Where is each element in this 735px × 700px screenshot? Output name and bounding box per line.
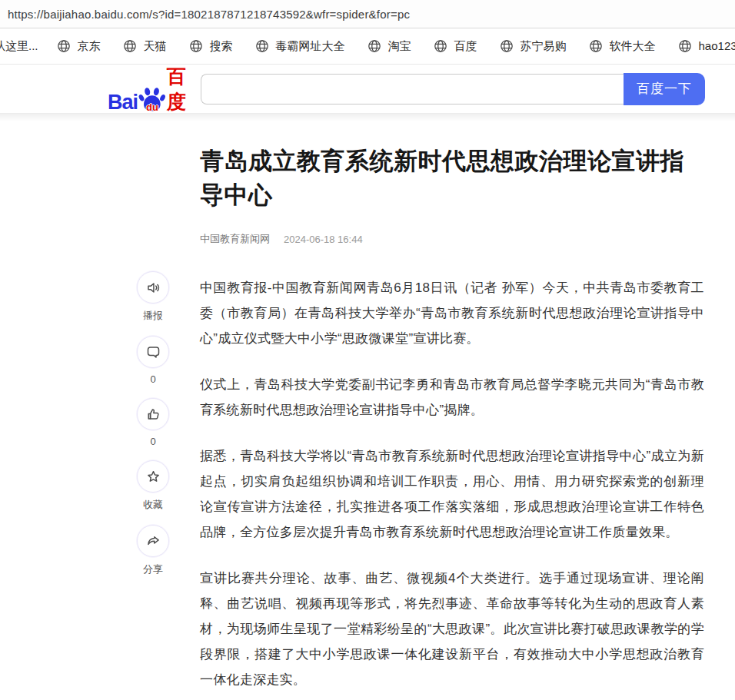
address-bar[interactable]: https://baijiahao.baidu.com/s?id=1802187… [0, 0, 735, 28]
bookmark-label: 毒霸网址大全 [276, 39, 345, 54]
globe-icon [189, 39, 203, 53]
share-button[interactable] [137, 525, 169, 557]
action-label: 分享 [143, 562, 163, 576]
article-source[interactable]: 中国教育新闻网 [200, 232, 270, 246]
globe-icon [123, 39, 137, 53]
share-icon [145, 533, 161, 549]
action-rail: 播报 0 0 收藏 [131, 271, 175, 700]
article-body: 中国教育报-中国教育新闻网青岛6月18日讯（记者 孙军）今天，中共青岛市委教育工… [200, 275, 704, 700]
article-title: 青岛成立教育系统新时代思想政治理论宣讲指导中心 [200, 144, 704, 212]
globe-icon [678, 39, 692, 53]
action-label: 收藏 [143, 498, 163, 512]
article-paragraph: 仪式上，青岛科技大学党委副书记李勇和青岛市教育局总督学李晓元共同为“青岛市教育系… [200, 372, 704, 423]
bookmark-label: 淘宝 [388, 39, 411, 54]
baidu-search-button[interactable]: 百度一下 [624, 73, 705, 105]
baidu-logo-du: du [146, 101, 158, 113]
bookmark-item[interactable]: 软件大全 [589, 39, 656, 54]
action-comment: 0 [137, 336, 169, 385]
action-label: 播报 [143, 309, 163, 323]
baidu-logo-cn: 百度 [167, 64, 200, 114]
page-main: 播报 0 0 收藏 [0, 114, 735, 700]
comment-count: 0 [150, 373, 155, 385]
bookmark-label: 天猫 [144, 39, 167, 54]
baidu-logo-bai: Bai [108, 91, 138, 114]
comment-button[interactable] [137, 336, 169, 368]
globe-icon [500, 39, 514, 53]
search-bar: 百度一下 [201, 73, 705, 105]
bookmark-label: 从这里... [0, 39, 38, 54]
bookmark-label: hao123导航 [699, 39, 735, 54]
bookmark-label: 苏宁易购 [520, 39, 567, 54]
like-count: 0 [150, 436, 155, 447]
article-meta: 中国教育新闻网 2024-06-18 16:44 [200, 232, 704, 246]
action-broadcast: 播报 [137, 271, 169, 323]
article-paragraph: 据悉，青岛科技大学将以“青岛市教育系统新时代思想政治理论宣讲指导中心”成立为新起… [200, 443, 704, 545]
bookmark-item[interactable]: 搜索 [189, 39, 233, 54]
thumbs-up-icon [145, 406, 161, 423]
baidu-logo[interactable]: Bai du 百度 [108, 64, 200, 114]
bookmark-item[interactable]: hao123导航 [678, 39, 735, 54]
action-favorite: 收藏 [137, 460, 169, 512]
article-date: 2024-06-18 16:44 [284, 234, 363, 245]
page-url[interactable]: https://baijiahao.baidu.com/s?id=1802187… [8, 8, 410, 21]
bookmark-item[interactable]: 从这里... [0, 39, 38, 54]
bookmark-item[interactable]: 百度 [434, 39, 477, 54]
globe-icon [255, 39, 269, 53]
bookmark-item[interactable]: 天猫 [123, 39, 167, 54]
baidu-paw-icon: du [138, 85, 166, 114]
star-icon [145, 469, 161, 485]
speaker-icon [145, 280, 161, 296]
globe-icon [368, 39, 381, 53]
globe-icon [57, 39, 71, 53]
favorite-button[interactable] [137, 460, 169, 493]
bookmark-label: 搜索 [210, 39, 233, 54]
action-share: 分享 [137, 525, 169, 576]
article-paragraph: 宣讲比赛共分理论、故事、曲艺、微视频4个大类进行。选手通过现场宣讲、理论阐释、曲… [200, 566, 704, 692]
article: 青岛成立教育系统新时代思想政治理论宣讲指导中心 中国教育新闻网 2024-06-… [200, 144, 704, 700]
broadcast-button[interactable] [137, 271, 169, 304]
globe-icon [434, 39, 447, 53]
comment-icon [145, 344, 161, 360]
bookmark-label: 百度 [454, 39, 477, 54]
article-paragraph: 中国教育报-中国教育新闻网青岛6月18日讯（记者 孙军）今天，中共青岛市委教育工… [200, 275, 704, 351]
bookmarks-bar: 从这里... 京东 天猫 搜索 毒霸网址大全 淘宝 百度 苏宁易购 软件大全 h… [0, 28, 735, 65]
bookmark-item[interactable]: 苏宁易购 [500, 39, 567, 54]
bookmark-item[interactable]: 京东 [57, 39, 101, 54]
like-button[interactable] [137, 398, 169, 430]
bookmark-label: 京东 [78, 39, 101, 54]
globe-icon [589, 39, 603, 53]
bookmark-item[interactable]: 毒霸网址大全 [255, 39, 345, 54]
site-header: Bai du 百度 百度一下 [0, 65, 735, 114]
bookmark-label: 软件大全 [610, 39, 656, 54]
action-like: 0 [137, 398, 169, 447]
baidu-search-input[interactable] [201, 74, 624, 105]
bookmark-item[interactable]: 淘宝 [368, 39, 411, 54]
